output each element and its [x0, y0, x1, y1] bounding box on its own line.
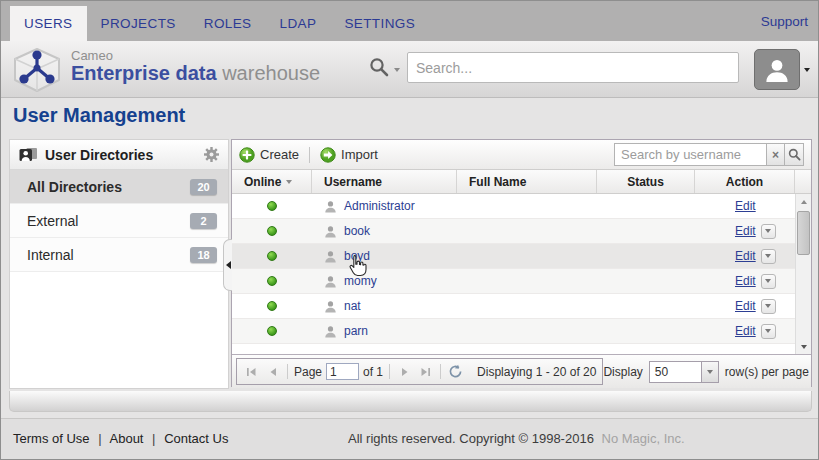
person-icon	[324, 225, 337, 238]
table-row[interactable]: parn Edit	[232, 319, 795, 344]
action-cell: Edit	[695, 319, 795, 343]
edit-menu-button[interactable]	[761, 299, 776, 314]
first-page-button[interactable]	[243, 363, 260, 380]
fullname-cell	[457, 269, 597, 293]
username-link[interactable]: parn	[344, 324, 368, 338]
status-cell	[597, 194, 695, 218]
edit-menu-button[interactable]	[761, 324, 776, 339]
username-link[interactable]: boyd	[344, 249, 370, 263]
brand-name: Cameo	[71, 49, 320, 63]
table-row[interactable]: momy Edit	[232, 269, 795, 294]
sidebar-collapse-handle[interactable]	[223, 239, 232, 291]
column-header-online[interactable]: Online	[232, 170, 312, 193]
action-cell: Edit	[695, 244, 795, 268]
scroll-down-button[interactable]	[796, 339, 811, 354]
tab-ldap[interactable]: LDAP	[266, 6, 331, 41]
select-arrow-button[interactable]	[701, 362, 718, 382]
column-header-action[interactable]: Action	[695, 170, 795, 193]
import-button[interactable]: Import	[320, 147, 378, 163]
magnifier-icon	[788, 148, 801, 161]
tab-roles[interactable]: ROLES	[190, 6, 266, 41]
search-scope-caret-icon[interactable]	[394, 68, 400, 72]
cameo-logo-icon	[11, 47, 63, 93]
status-cell	[597, 219, 695, 243]
column-header-filler	[795, 170, 811, 193]
fullname-cell	[457, 219, 597, 243]
company-link[interactable]: No Magic, Inc.	[602, 431, 685, 446]
search-icon[interactable]	[369, 57, 390, 78]
column-header-username[interactable]: Username	[312, 170, 457, 193]
username-cell: book	[312, 219, 457, 243]
username-cell: momy	[312, 269, 457, 293]
app-window: USERS PROJECTS ROLES LDAP SETTINGS Suppo…	[0, 0, 819, 460]
arrow-up-icon	[801, 200, 807, 204]
username-search-input[interactable]	[614, 143, 766, 166]
title-bar: User Management	[1, 98, 818, 135]
tab-users[interactable]: USERS	[10, 6, 87, 41]
sidebar-item-internal[interactable]: Internal 18	[10, 238, 228, 272]
submit-search-button[interactable]	[785, 143, 804, 166]
clear-search-button[interactable]: ×	[766, 143, 785, 166]
footer-divider: |	[98, 431, 101, 446]
table-row[interactable]: nat Edit	[232, 294, 795, 319]
scroll-up-button[interactable]	[796, 194, 811, 209]
column-header-fullname[interactable]: Full Name	[457, 170, 597, 193]
brand-product-light: warehouse	[222, 62, 320, 84]
username-link[interactable]: book	[344, 224, 370, 238]
footer-links: Terms of Use | About | Contact Us	[13, 431, 228, 446]
support-link[interactable]: Support	[761, 1, 808, 41]
edit-link[interactable]: Edit	[735, 299, 756, 313]
tab-settings[interactable]: SETTINGS	[330, 6, 429, 41]
page-label: Page	[294, 365, 322, 379]
username-link[interactable]: nat	[344, 299, 361, 313]
tab-projects[interactable]: PROJECTS	[87, 6, 190, 41]
sidebar-item-all-directories[interactable]: All Directories 20	[10, 170, 228, 204]
table-row[interactable]: book Edit	[232, 219, 795, 244]
edit-menu-button[interactable]	[761, 224, 776, 239]
terms-of-use-link[interactable]: Terms of Use	[13, 431, 90, 446]
brand-text: Cameo Enterprise data warehouse	[71, 49, 320, 84]
username-link[interactable]: Administrator	[344, 199, 415, 213]
sidebar-item-label: All Directories	[27, 179, 122, 195]
table-row[interactable]: boyd Edit	[232, 244, 795, 269]
page-size-select[interactable]: 50	[649, 361, 719, 383]
table-row[interactable]: Administrator Edit	[232, 194, 795, 219]
copyright-label: All rights reserved. Copyright © 1998-20…	[348, 431, 594, 446]
last-page-button[interactable]	[417, 363, 434, 380]
prev-page-button[interactable]	[264, 363, 281, 380]
column-header-status[interactable]: Status	[597, 170, 695, 193]
edit-menu-button[interactable]	[761, 274, 776, 289]
edit-menu-button[interactable]	[761, 249, 776, 264]
edit-link[interactable]: Edit	[735, 324, 756, 338]
edit-link[interactable]: Edit	[735, 249, 756, 263]
pager-divider	[287, 364, 288, 379]
sidebar-item-external[interactable]: External 2	[10, 204, 228, 238]
rows-per-page-label: row(s) per page	[725, 365, 809, 379]
about-link[interactable]: About	[110, 431, 144, 446]
online-status-icon	[267, 326, 277, 336]
username-link[interactable]: momy	[344, 274, 377, 288]
directories-icon	[19, 147, 38, 162]
contact-us-link[interactable]: Contact Us	[164, 431, 228, 446]
page-title: User Management	[13, 104, 185, 127]
create-button[interactable]: Create	[239, 147, 299, 163]
page-number-input[interactable]	[326, 363, 359, 380]
username-cell: parn	[312, 319, 457, 343]
prev-page-icon	[268, 367, 278, 377]
user-avatar[interactable]	[754, 49, 800, 90]
next-page-button[interactable]	[396, 363, 413, 380]
edit-link[interactable]: Edit	[735, 224, 756, 238]
edit-link[interactable]: Edit	[735, 199, 756, 213]
chevron-down-icon	[765, 304, 771, 308]
gear-icon[interactable]	[204, 147, 219, 162]
vertical-scrollbar[interactable]	[795, 194, 811, 354]
person-icon	[324, 325, 337, 338]
refresh-button[interactable]	[447, 363, 464, 380]
scrollbar-thumb[interactable]	[797, 211, 810, 255]
edit-link[interactable]: Edit	[735, 274, 756, 288]
page-size-controls: Display 50 row(s) per page	[603, 361, 810, 383]
user-directories-header: User Directories	[10, 140, 228, 170]
pager-controls: Page of 1 Displaying 1 - 20 of 20	[236, 358, 603, 385]
avatar-menu-caret-icon[interactable]	[804, 68, 810, 72]
global-search-input[interactable]	[407, 52, 739, 83]
